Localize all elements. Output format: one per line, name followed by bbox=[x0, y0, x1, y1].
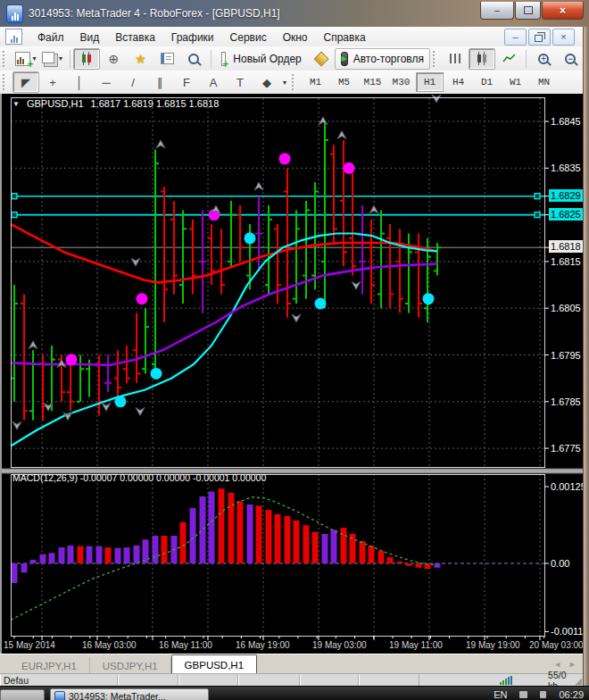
chart-tab-eurjpy-h1[interactable]: EURJPY,H1 bbox=[9, 657, 90, 674]
menu-item-вид[interactable]: Вид bbox=[72, 29, 108, 46]
menu-item-графики[interactable]: Графики bbox=[163, 29, 222, 46]
menu-item-окно[interactable]: Окно bbox=[275, 29, 316, 46]
macd-axis-label: 0.00 bbox=[551, 557, 586, 570]
text-label-tool-button[interactable]: T bbox=[227, 71, 253, 93]
autotrading-button[interactable]: ▶ Авто-торговля bbox=[335, 48, 430, 70]
resize-grip[interactable]: ◢ bbox=[575, 676, 582, 686]
tabs-scroll-right[interactable]: ► bbox=[568, 660, 577, 669]
fibonacci-tool-icon: F bbox=[183, 76, 190, 89]
title-bar[interactable]: 3014953: MetaTrader 4 - RoboForex - [GBP… bbox=[0, 0, 589, 28]
status-cell bbox=[300, 675, 360, 686]
price-axis-label: 1.6815 bbox=[551, 255, 586, 268]
menu-item-справка[interactable]: Справка bbox=[316, 29, 374, 46]
bar-chart-type-button[interactable] bbox=[442, 48, 469, 70]
equidistant-channel-tool-button[interactable]: ∥ bbox=[146, 71, 173, 93]
price-axis-label: 1.6775 bbox=[551, 442, 586, 454]
horizontal-line-tool-button[interactable]: ─ bbox=[93, 71, 120, 93]
star-icon: ★ bbox=[135, 52, 146, 66]
chart-header[interactable]: ▼ GBPUSD,H1 1.6817 1.6819 1.6815 1.6818 bbox=[12, 98, 219, 109]
timeframe-m5-button[interactable]: M5 bbox=[330, 72, 358, 92]
maximize-icon bbox=[524, 6, 533, 14]
menu-bar: ФайлВидВставкаГрафикиСервисОкноСправка –… bbox=[0, 27, 584, 47]
text-tool-button[interactable]: A bbox=[200, 71, 227, 93]
timeframe-m30-button[interactable]: M30 bbox=[387, 72, 415, 92]
zoom-in-button[interactable]: + bbox=[530, 48, 557, 70]
date-axis-label: 19 May 11:00 bbox=[389, 640, 443, 650]
tester-magnifier-icon bbox=[188, 54, 199, 64]
taskbar-app-button[interactable]: 3014953: MetaTrader... bbox=[50, 688, 209, 700]
price-axis-label: 1.6795 bbox=[551, 349, 586, 362]
taskbar-item-fragment[interactable] bbox=[0, 689, 45, 700]
autotrading-icon: ▶ bbox=[341, 52, 348, 66]
windows-taskbar: 3014953: MetaTrader... EN 06:29 bbox=[0, 686, 589, 700]
crosshair-button[interactable]: ⊕ bbox=[100, 48, 127, 70]
timeframe-m1-button[interactable]: M1 bbox=[302, 72, 329, 92]
chart-ohlc-values: 1.6817 1.6819 1.6815 1.6818 bbox=[91, 98, 220, 109]
terminal-button[interactable] bbox=[153, 48, 180, 70]
status-profile[interactable]: Defau bbox=[0, 675, 118, 686]
child-minimize-button[interactable]: – bbox=[504, 29, 527, 46]
tabs-scroll-left[interactable]: ◄ bbox=[553, 660, 561, 669]
timeframe-mn-button[interactable]: MN bbox=[530, 72, 558, 92]
crosshair-icon: ⊕ bbox=[109, 53, 120, 65]
zoom-out-button[interactable]: − bbox=[557, 48, 584, 70]
status-cell bbox=[238, 675, 300, 686]
new-order-icon: + bbox=[221, 52, 226, 66]
chart-tab-usdjpy-h1[interactable]: USDJPY,H1 bbox=[90, 657, 171, 674]
language-indicator[interactable]: EN bbox=[494, 689, 507, 700]
candlestick-mode-icon bbox=[81, 54, 92, 64]
line-chart-icon bbox=[502, 54, 516, 63]
new-order-button[interactable]: + Новый Ордер bbox=[215, 48, 307, 70]
macd-axis-label: -0.00111 bbox=[551, 625, 586, 638]
maximize-button[interactable] bbox=[515, 2, 541, 20]
date-axis-label: 16 May 03:00 bbox=[82, 640, 137, 650]
trendline-tool-button[interactable]: / bbox=[120, 71, 146, 93]
horizontal-line-tool-icon: ─ bbox=[102, 76, 110, 89]
profiles-button[interactable]: ▾ bbox=[39, 48, 66, 70]
timeframe-w1-button[interactable]: W1 bbox=[502, 72, 529, 92]
fibonacci-tool-button[interactable]: F bbox=[173, 71, 200, 93]
timeframe-h4-button[interactable]: H4 bbox=[444, 72, 472, 92]
close-button[interactable]: × bbox=[542, 2, 584, 20]
vertical-line-tool-button[interactable]: │ bbox=[66, 71, 93, 93]
shapes-tool-button[interactable]: ◆ bbox=[253, 71, 280, 93]
toolbar-grip[interactable] bbox=[433, 51, 439, 67]
menu-item-сервис[interactable]: Сервис bbox=[222, 29, 275, 46]
window-right-border bbox=[583, 27, 589, 686]
strategy-tester-button[interactable] bbox=[180, 48, 207, 70]
candle-chart-type-button[interactable] bbox=[469, 48, 495, 70]
window-title: 3014953: MetaTrader 4 - RoboForex - [GBP… bbox=[29, 7, 480, 20]
toolbar-grip[interactable] bbox=[3, 51, 9, 67]
tray-icon[interactable] bbox=[519, 691, 527, 698]
new-chart-button[interactable]: + ▾ bbox=[12, 48, 39, 70]
cursor-tool-button[interactable]: ◤ bbox=[12, 71, 39, 93]
minimize-button[interactable]: – bbox=[480, 2, 514, 20]
tray-icon[interactable] bbox=[540, 691, 546, 698]
metaeditor-icon bbox=[313, 51, 328, 66]
chart-symbol-label: GBPUSD,H1 bbox=[27, 98, 84, 109]
menu-item-файл[interactable]: Файл bbox=[29, 29, 72, 46]
crosshair-tool-button[interactable]: + bbox=[39, 71, 66, 93]
bar-chart-icon bbox=[450, 54, 461, 63]
timeframe-h1-button[interactable]: H1 bbox=[416, 72, 444, 92]
child-restore-button[interactable] bbox=[528, 29, 551, 46]
line-chart-type-button[interactable] bbox=[495, 48, 522, 70]
taskbar-clock[interactable]: 06:29 bbox=[559, 689, 584, 700]
zoom-out-icon: − bbox=[565, 54, 576, 64]
price-axis-label: 1.6845 bbox=[551, 115, 586, 128]
chart-tab-gbpusd-h1[interactable]: GBPUSD,H1 bbox=[171, 654, 257, 674]
child-close-button[interactable]: × bbox=[552, 29, 575, 46]
new-order-label: Новый Ордер bbox=[233, 53, 301, 65]
symbol-dropdown-icon[interactable]: ▼ bbox=[12, 100, 20, 108]
toolbar-grip[interactable] bbox=[292, 74, 298, 90]
timeframe-m15-button[interactable]: M15 bbox=[359, 72, 386, 92]
metaeditor-button[interactable] bbox=[308, 48, 335, 70]
favorites-button[interactable]: ★ bbox=[127, 48, 153, 70]
chart-mode-button[interactable] bbox=[73, 48, 100, 70]
menu-item-вставка[interactable]: Вставка bbox=[107, 29, 163, 46]
date-axis-label: 19 May 19:00 bbox=[466, 640, 520, 650]
timeframe-d1-button[interactable]: D1 bbox=[473, 72, 501, 92]
chart-canvas[interactable] bbox=[2, 94, 585, 657]
toolbar-grip[interactable] bbox=[3, 74, 9, 90]
chart-window-icon[interactable] bbox=[5, 29, 22, 45]
